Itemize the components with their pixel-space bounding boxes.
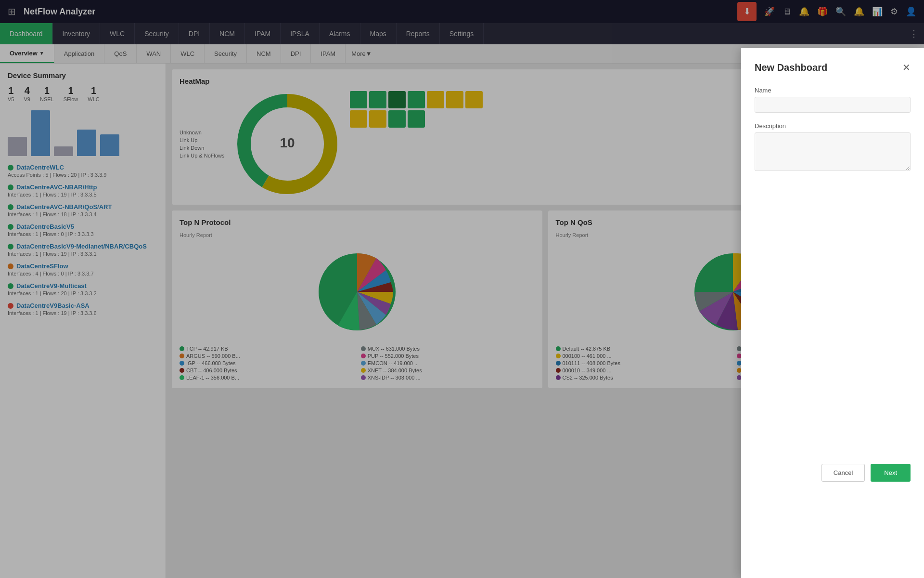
name-input[interactable] — [755, 97, 911, 113]
modal-header: New Dashboard ✕ — [755, 62, 911, 73]
modal-title: New Dashboard — [755, 62, 827, 73]
description-form-group: Description — [755, 122, 911, 172]
description-input[interactable] — [755, 132, 911, 171]
name-label: Name — [755, 87, 911, 94]
name-form-group: Name — [755, 87, 911, 113]
modal-footer: Cancel Next — [755, 464, 911, 482]
modal-close-button[interactable]: ✕ — [902, 62, 911, 73]
cancel-button[interactable]: Cancel — [821, 464, 865, 482]
next-button[interactable]: Next — [871, 464, 911, 482]
description-label: Description — [755, 122, 911, 130]
new-dashboard-modal: New Dashboard ✕ Name Description Cancel … — [741, 48, 924, 578]
